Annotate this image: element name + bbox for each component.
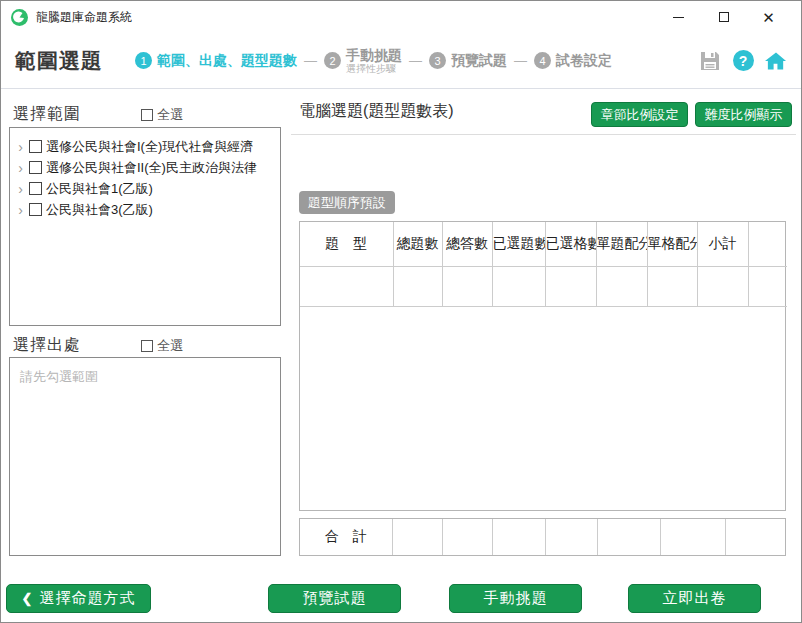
table-cell bbox=[596, 266, 647, 306]
range-item-2-label: 公民與社會1(乙版) bbox=[46, 180, 153, 198]
step-3-number: 3 bbox=[429, 52, 446, 69]
col-selected-blanks: 已選格數 bbox=[545, 222, 596, 266]
panel-divider bbox=[291, 134, 796, 135]
source-list: 請先勾選範圍 bbox=[9, 357, 281, 556]
range-item-1[interactable]: › 選修公民與社會II(全)民主政治與法律 bbox=[14, 157, 276, 178]
col-points-per-blank: 單格配分 bbox=[647, 222, 697, 266]
source-select-all[interactable]: 全選 bbox=[141, 337, 183, 355]
step-connector: — bbox=[409, 53, 422, 68]
range-section-title: 選擇範圍 bbox=[13, 104, 81, 125]
totals-cell bbox=[597, 519, 660, 555]
app-logo-icon bbox=[11, 9, 28, 26]
col-question-type: 題 型 bbox=[300, 222, 393, 266]
back-to-mode-button[interactable]: ❮ 選擇命題方式 bbox=[6, 584, 151, 613]
help-icon: ? bbox=[733, 50, 754, 71]
range-item-2[interactable]: › 公民與社會1(乙版) bbox=[14, 178, 276, 199]
header: 範圍選題 1 範圍、出處、題型題數 — 2 手動挑題 選擇性步驟 — 3 預覽試… bbox=[1, 33, 801, 89]
step-4-paper-settings[interactable]: 4 試卷設定 bbox=[534, 52, 612, 70]
step-2-sublabel: 選擇性步驟 bbox=[346, 63, 402, 75]
expand-chevron-icon[interactable]: › bbox=[14, 160, 27, 176]
totals-cell bbox=[442, 519, 492, 555]
range-item-0[interactable]: › 選修公民與社會I(全)現代社會與經濟 bbox=[14, 136, 276, 157]
range-select-all-label: 全選 bbox=[157, 106, 183, 124]
col-total-answers: 總答數 bbox=[442, 222, 492, 266]
col-points-per-question: 單題配分 bbox=[596, 222, 647, 266]
difficulty-ratio-button[interactable]: 難度比例顯示 bbox=[695, 102, 792, 127]
step-2-label: 手動挑題 bbox=[346, 47, 402, 63]
col-total-questions: 總題數 bbox=[393, 222, 442, 266]
close-icon: ✕ bbox=[762, 10, 775, 25]
col-selected-questions: 已選題數 bbox=[492, 222, 545, 266]
step-1-number: 1 bbox=[135, 52, 152, 69]
manual-pick-button[interactable]: 手動挑題 bbox=[449, 584, 582, 613]
col-subtotal: 小計 bbox=[697, 222, 748, 266]
range-item-3[interactable]: › 公民與社會3(乙版) bbox=[14, 199, 276, 220]
maximize-button[interactable] bbox=[701, 2, 746, 32]
totals-label: 合 計 bbox=[300, 519, 392, 555]
step-2-number: 2 bbox=[324, 52, 341, 69]
table-cell bbox=[748, 266, 787, 306]
window-controls: ✕ bbox=[656, 2, 791, 32]
app-title: 龍騰題庫命題系統 bbox=[36, 9, 132, 26]
range-item-2-checkbox[interactable] bbox=[29, 182, 42, 195]
step-1-range[interactable]: 1 範圍、出處、題型題數 bbox=[135, 52, 297, 70]
maximize-icon bbox=[719, 12, 729, 22]
table-cell bbox=[300, 266, 393, 306]
step-3-label: 預覽試題 bbox=[451, 52, 507, 70]
table-cell bbox=[492, 266, 545, 306]
table-cell bbox=[647, 266, 697, 306]
expand-chevron-icon[interactable]: › bbox=[14, 202, 27, 218]
range-select-all[interactable]: 全選 bbox=[141, 106, 183, 124]
computer-selection-title: 電腦選題(題型題數表) bbox=[299, 101, 454, 122]
totals-cell bbox=[660, 519, 725, 555]
range-item-1-checkbox[interactable] bbox=[29, 161, 42, 174]
range-item-0-label: 選修公民與社會I(全)現代社會與經濟 bbox=[46, 138, 253, 156]
table-cell bbox=[545, 266, 596, 306]
range-item-3-checkbox[interactable] bbox=[29, 203, 42, 216]
generate-paper-button[interactable]: 立即出卷 bbox=[628, 584, 761, 613]
source-select-all-label: 全選 bbox=[157, 337, 183, 355]
range-tree: › 選修公民與社會I(全)現代社會與經濟 › 選修公民與社會II(全)民主政治與… bbox=[9, 127, 281, 326]
save-icon bbox=[699, 50, 721, 72]
range-select-all-checkbox[interactable] bbox=[141, 109, 153, 121]
expand-chevron-icon[interactable]: › bbox=[14, 181, 27, 197]
close-button[interactable]: ✕ bbox=[746, 2, 791, 32]
header-icons: ? bbox=[699, 50, 787, 72]
home-button[interactable] bbox=[765, 50, 787, 72]
step-1-label: 範圍、出處、題型題數 bbox=[157, 52, 297, 70]
save-button[interactable] bbox=[699, 50, 721, 72]
back-button-label: 選擇命題方式 bbox=[39, 589, 135, 608]
question-type-table: 題 型 總題數 總答數 已選題數 已選格數 單題配分 單格配分 小計 bbox=[299, 221, 786, 511]
back-chevron-icon: ❮ bbox=[22, 591, 34, 606]
source-section-header: 選擇出處 全選 bbox=[13, 335, 281, 356]
wizard-steps: 1 範圍、出處、題型題數 — 2 手動挑題 選擇性步驟 — 3 預覽試題 — 4… bbox=[135, 47, 612, 75]
step-connector: — bbox=[304, 53, 317, 68]
home-icon bbox=[765, 50, 787, 72]
range-section-header: 選擇範圍 全選 bbox=[13, 104, 281, 125]
app-window: 龍騰題庫命題系統 ✕ 範圍選題 1 範圍、出處、題型題數 — 2 手動挑題 選擇… bbox=[0, 0, 802, 623]
help-button[interactable]: ? bbox=[732, 50, 754, 72]
table-cell bbox=[697, 266, 748, 306]
table-cell bbox=[393, 266, 442, 306]
chapter-ratio-button[interactable]: 章節比例設定 bbox=[591, 102, 688, 127]
col-extra bbox=[748, 222, 787, 266]
titlebar: 龍騰題庫命題系統 ✕ bbox=[1, 1, 801, 33]
table-cell bbox=[442, 266, 492, 306]
preview-questions-button[interactable]: 預覽試題 bbox=[268, 584, 401, 613]
totals-cell bbox=[725, 519, 787, 555]
totals-cell bbox=[392, 519, 442, 555]
totals-cell bbox=[545, 519, 597, 555]
range-item-3-label: 公民與社會3(乙版) bbox=[46, 201, 153, 219]
source-select-all-checkbox[interactable] bbox=[141, 340, 153, 352]
step-4-number: 4 bbox=[534, 52, 551, 69]
step-3-preview[interactable]: 3 預覽試題 bbox=[429, 52, 507, 70]
question-type-order-button[interactable]: 題型順序預設 bbox=[299, 191, 395, 214]
step-2-manual-pick[interactable]: 2 手動挑題 選擇性步驟 bbox=[324, 47, 402, 75]
source-section-title: 選擇出處 bbox=[13, 335, 81, 356]
table-row bbox=[300, 266, 787, 306]
expand-chevron-icon[interactable]: › bbox=[14, 139, 27, 155]
totals-row: 合 計 bbox=[300, 519, 787, 555]
minimize-button[interactable] bbox=[656, 2, 701, 32]
range-item-0-checkbox[interactable] bbox=[29, 140, 42, 153]
minimize-icon bbox=[673, 17, 684, 18]
